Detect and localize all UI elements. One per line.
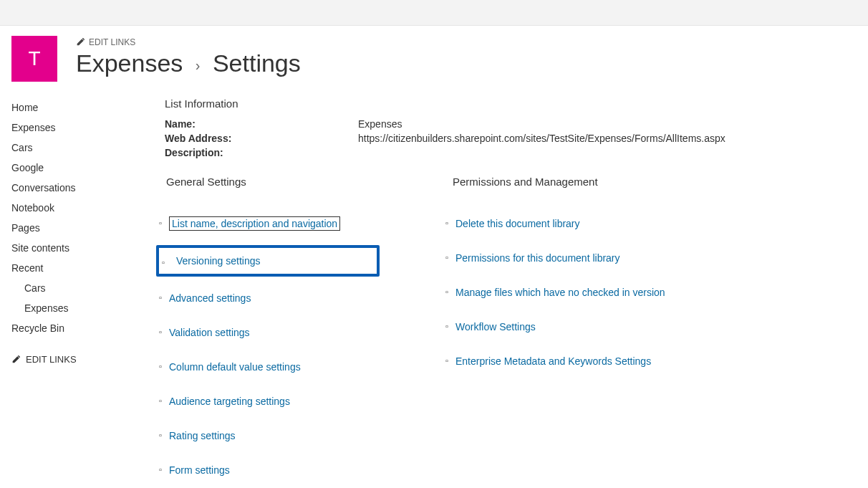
description-label: Description: bbox=[165, 147, 358, 158]
page-container: T EDIT LINKS Expenses › Settings HomeExp… bbox=[0, 26, 868, 488]
edit-links-top-label: EDIT LINKS bbox=[89, 37, 135, 47]
sidebar-item-site-contents: Site contents bbox=[11, 238, 148, 258]
general-setting-item: Audience targeting settings bbox=[165, 388, 351, 414]
sidebar-item-recent-expenses: Expenses bbox=[11, 298, 148, 318]
general-setting-link[interactable]: Advanced settings bbox=[169, 292, 251, 304]
permission-setting-link[interactable]: Manage files which have no checked in ve… bbox=[455, 287, 665, 298]
general-setting-item: Validation settings bbox=[165, 320, 351, 345]
general-settings-heading: General Settings bbox=[165, 176, 351, 188]
edit-links-top[interactable]: EDIT LINKS bbox=[76, 37, 135, 47]
permission-setting-item: Enterprise Metadata and Keywords Setting… bbox=[451, 348, 665, 374]
sidebar-item-recent-cars: Cars bbox=[11, 278, 148, 298]
permission-setting-link[interactable]: Workflow Settings bbox=[455, 321, 536, 332]
general-setting-item: Rating settings bbox=[165, 423, 351, 449]
settings-columns: General Settings List name, description … bbox=[165, 176, 857, 488]
main-content: List Information Name: Expenses Web Addr… bbox=[148, 97, 857, 488]
list-information-grid: Name: Expenses Web Address: https://citi… bbox=[165, 118, 857, 158]
edit-links-sidebar-label: EDIT LINKS bbox=[26, 354, 77, 365]
site-logo[interactable]: T bbox=[11, 36, 57, 82]
general-setting-item: Versioning settings bbox=[156, 245, 380, 277]
pencil-icon bbox=[11, 355, 20, 364]
general-setting-link[interactable]: Rating settings bbox=[169, 430, 236, 441]
web-address-value: https://citizenbuilders.sharepoint.com/s… bbox=[358, 133, 857, 144]
sidebar-item-recent: Recent bbox=[11, 258, 148, 278]
breadcrumb-library[interactable]: Expenses bbox=[76, 49, 183, 77]
sidebar-link-site-contents[interactable]: Site contents bbox=[11, 242, 69, 254]
general-setting-link[interactable]: Audience targeting settings bbox=[169, 396, 290, 407]
sidebar-link-google[interactable]: Google bbox=[11, 162, 44, 173]
permission-setting-item: Manage files which have no checked in ve… bbox=[451, 279, 665, 305]
general-setting-link[interactable]: Validation settings bbox=[169, 327, 250, 338]
permission-setting-item: Delete this document library bbox=[451, 211, 665, 236]
sidebar-item-home: Home bbox=[11, 97, 148, 118]
permission-setting-link[interactable]: Delete this document library bbox=[455, 218, 580, 229]
sidebar-item-google: Google bbox=[11, 158, 148, 178]
page-body: HomeExpensesCarsGoogleConversationsNoteb… bbox=[11, 97, 857, 488]
breadcrumb: Expenses › Settings bbox=[76, 50, 857, 77]
list-name-value: Expenses bbox=[358, 118, 857, 130]
general-setting-item: Advanced settings bbox=[165, 285, 351, 311]
web-address-label: Web Address: bbox=[165, 133, 358, 144]
list-information-heading: List Information bbox=[165, 97, 857, 110]
sidebar-link-recycle-bin[interactable]: Recycle Bin bbox=[11, 322, 64, 334]
pencil-icon bbox=[76, 38, 85, 47]
general-settings-column: General Settings List name, description … bbox=[165, 176, 351, 488]
sidebar-link-recent[interactable]: Recent bbox=[11, 262, 43, 274]
page-header: T EDIT LINKS Expenses › Settings bbox=[11, 36, 857, 82]
sidebar-item-cars: Cars bbox=[11, 138, 148, 158]
sidebar-item-recycle-bin: Recycle Bin bbox=[11, 318, 148, 338]
permission-setting-item: Workflow Settings bbox=[451, 314, 665, 340]
sidebar-link-conversations[interactable]: Conversations bbox=[11, 182, 76, 193]
sidebar-link-expenses[interactable]: Expenses bbox=[11, 122, 55, 133]
general-setting-item: Column default value settings bbox=[165, 354, 351, 380]
breadcrumb-page: Settings bbox=[213, 49, 301, 77]
general-setting-link[interactable]: Versioning settings bbox=[163, 255, 261, 267]
sidebar-link-home[interactable]: Home bbox=[11, 102, 38, 113]
permissions-heading: Permissions and Management bbox=[451, 176, 665, 188]
site-logo-letter: T bbox=[28, 47, 40, 70]
ribbon-bar bbox=[0, 0, 868, 26]
sidebar-item-pages: Pages bbox=[11, 218, 148, 238]
chevron-right-icon: › bbox=[190, 57, 206, 73]
general-setting-item: List name, description and navigation bbox=[165, 211, 351, 236]
permission-setting-item: Permissions for this document library bbox=[451, 245, 665, 271]
general-setting-link[interactable]: List name, description and navigation bbox=[169, 216, 340, 231]
permissions-column: Permissions and Management Delete this d… bbox=[451, 176, 665, 488]
list-name-label: Name: bbox=[165, 118, 358, 130]
permission-setting-link[interactable]: Enterprise Metadata and Keywords Setting… bbox=[455, 355, 651, 367]
sidebar-link-notebook[interactable]: Notebook bbox=[11, 202, 54, 214]
sidebar-item-expenses: Expenses bbox=[11, 118, 148, 138]
sidebar-item-notebook: Notebook bbox=[11, 198, 148, 218]
sidebar-link-recent-cars[interactable]: Cars bbox=[24, 282, 46, 294]
general-setting-link[interactable]: Column default value settings bbox=[169, 361, 301, 373]
general-setting-link[interactable]: Form settings bbox=[169, 464, 230, 476]
sidebar-nav: HomeExpensesCarsGoogleConversationsNoteb… bbox=[11, 97, 148, 488]
general-setting-item: Form settings bbox=[165, 457, 351, 483]
permission-setting-link[interactable]: Permissions for this document library bbox=[455, 252, 620, 264]
sidebar-link-recent-expenses[interactable]: Expenses bbox=[24, 302, 68, 314]
header-main: EDIT LINKS Expenses › Settings bbox=[76, 36, 857, 77]
sidebar-link-cars[interactable]: Cars bbox=[11, 142, 33, 153]
description-value bbox=[358, 147, 857, 158]
sidebar-item-conversations: Conversations bbox=[11, 178, 148, 198]
edit-links-sidebar[interactable]: EDIT LINKS bbox=[11, 354, 148, 365]
sidebar-link-pages[interactable]: Pages bbox=[11, 222, 40, 234]
